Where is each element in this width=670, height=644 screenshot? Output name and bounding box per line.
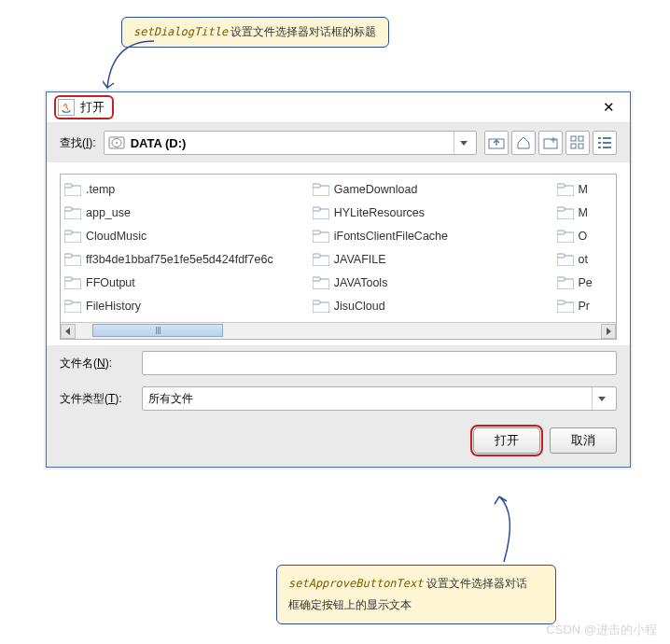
file-name: M [579, 183, 588, 196]
file-item[interactable]: FFOutput [64, 273, 313, 291]
annotation-bottom: setApproveButtonText 设置文件选择器对话 框确定按钮上的显示… [276, 565, 556, 624]
file-name: FileHistory [86, 300, 141, 313]
file-item[interactable]: HYLiteResources [313, 203, 557, 221]
file-item[interactable]: CloudMusic [64, 227, 313, 245]
file-name: app_use [86, 206, 131, 219]
folder-icon [64, 276, 81, 289]
file-name: M [579, 206, 588, 219]
folder-icon [313, 230, 329, 243]
filename-row: 文件名(N): [47, 345, 630, 381]
file-name: .temp [86, 183, 115, 196]
filetype-label: 文件类型(T): [60, 391, 134, 407]
file-item[interactable]: O [557, 227, 613, 245]
folder-icon [557, 276, 574, 289]
annotation-code-bottom: setApproveButtonText [288, 577, 424, 590]
up-one-level-button[interactable] [484, 131, 509, 155]
file-name: ot [579, 253, 588, 266]
close-button[interactable]: ✕ [595, 95, 622, 119]
file-item[interactable]: iFontsClientFileCache [313, 227, 557, 245]
file-item[interactable]: M [557, 203, 613, 221]
java-icon [58, 99, 75, 116]
folder-icon [557, 300, 574, 313]
folder-icon [64, 253, 81, 266]
annotation-arrow-bottom [476, 495, 532, 569]
folder-icon [313, 300, 329, 313]
filetype-row: 文件类型(T): 所有文件 [47, 381, 630, 416]
folder-icon [64, 206, 81, 219]
file-chooser-dialog: 打开 ✕ 查找(I): DATA (D:) .tempapp_useCloudM… [46, 91, 631, 468]
folder-icon [313, 206, 329, 219]
file-name: HYLiteResources [334, 206, 425, 219]
scroll-thumb[interactable] [92, 324, 223, 337]
file-name: JAVAFILE [334, 253, 386, 266]
folder-icon [64, 183, 81, 196]
file-name: JAVATools [334, 276, 388, 289]
cancel-button[interactable]: 取消 [550, 427, 617, 454]
titlebar: 打开 ✕ [47, 92, 630, 123]
folder-icon [313, 276, 329, 289]
folder-icon [557, 183, 574, 196]
file-name: JisuCloud [334, 300, 385, 313]
folder-icon [64, 230, 81, 243]
scroll-track[interactable] [76, 324, 601, 339]
watermark: CSDN @进击的小程 [546, 622, 657, 638]
file-item[interactable]: Pr [557, 297, 613, 315]
filename-label: 文件名(N): [60, 356, 134, 371]
file-item[interactable]: M [557, 180, 613, 198]
home-button[interactable] [511, 131, 536, 155]
lookin-label: 查找(I): [60, 135, 96, 151]
folder-icon [313, 183, 329, 196]
file-item[interactable]: JisuCloud [313, 297, 557, 315]
file-name: FFOutput [86, 276, 135, 289]
file-item[interactable]: .temp [64, 180, 313, 198]
file-list-area: .tempapp_useCloudMusicff3b4de1bbaf75e1fe… [60, 174, 617, 340]
folder-icon [557, 230, 574, 243]
file-name: GameDownload [334, 183, 418, 196]
lookin-value: DATA (D:) [131, 136, 448, 150]
folder-icon [557, 253, 574, 266]
file-item[interactable]: ff3b4de1bbaf75e1fe5e5d424fdf7e6c [64, 250, 313, 268]
view-list-button[interactable] [593, 131, 617, 155]
file-item[interactable]: app_use [64, 203, 313, 221]
file-item[interactable]: JAVATools [313, 273, 557, 291]
file-name: ff3b4de1bbaf75e1fe5e5d424fdf7e6c [86, 253, 273, 266]
toolbar: 查找(I): DATA (D:) [47, 123, 630, 162]
disk-icon [108, 136, 125, 149]
approve-button[interactable]: 打开 [473, 427, 540, 454]
folder-icon [313, 253, 329, 266]
file-item[interactable]: ot [557, 250, 613, 268]
filename-input[interactable] [142, 351, 617, 375]
folder-icon [64, 300, 81, 313]
view-icons-button[interactable] [565, 131, 590, 155]
file-item[interactable]: JAVAFILE [313, 250, 557, 268]
dialog-title: 打开 [80, 99, 105, 116]
file-item[interactable]: GameDownload [313, 180, 557, 198]
file-name: CloudMusic [86, 230, 147, 243]
horizontal-scrollbar[interactable] [61, 322, 616, 339]
new-folder-button[interactable] [538, 131, 563, 155]
filetype-value: 所有文件 [148, 391, 592, 407]
file-item[interactable]: FileHistory [64, 297, 313, 315]
filetype-select[interactable]: 所有文件 [142, 386, 617, 411]
folder-icon [557, 206, 574, 219]
scroll-left-button[interactable] [61, 324, 76, 339]
lookin-dropdown-button[interactable] [454, 132, 472, 154]
lookin-combo[interactable]: DATA (D:) [104, 131, 477, 155]
button-row: 打开 取消 [47, 416, 630, 467]
filetype-dropdown-button[interactable] [592, 387, 610, 410]
file-name: iFontsClientFileCache [334, 230, 448, 243]
file-name: Pe [579, 276, 593, 289]
title-highlight: 打开 [54, 95, 114, 119]
file-name: O [579, 230, 588, 243]
scroll-right-button[interactable] [601, 324, 616, 339]
file-name: Pr [579, 300, 591, 313]
file-item[interactable]: Pe [557, 273, 613, 291]
